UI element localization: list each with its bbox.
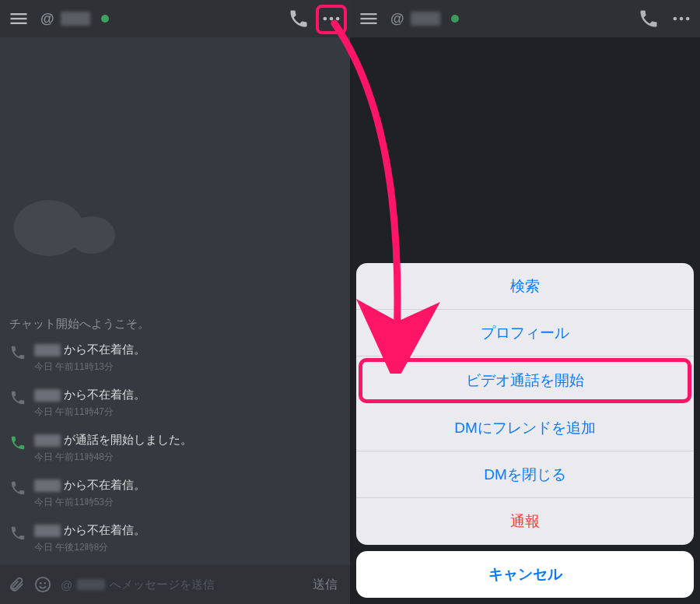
svg-point-4 <box>330 17 334 21</box>
message-input[interactable]: @ へメッセージを送信 <box>61 578 299 592</box>
svg-point-14 <box>674 17 677 21</box>
status-online-icon <box>451 15 459 23</box>
svg-rect-0 <box>11 13 27 15</box>
caller-name-redacted <box>34 389 61 402</box>
call-message: が通話を開始しました。 <box>34 433 192 448</box>
svg-point-15 <box>680 17 684 21</box>
call-suffix: から不在着信。 <box>64 342 145 357</box>
voice-call-icon[interactable] <box>288 8 310 30</box>
chat-scroll-area[interactable]: チャット開始へようこそ。 から不在着信。今日 午前11時13分から不在着信。今日… <box>0 37 350 565</box>
action-sheet: 検索プロフィールビデオ通話を開始DMにフレンドを追加DMを閉じる通報 キャンセル <box>356 263 694 598</box>
action-add-friend-to-dm[interactable]: DMにフレンドを追加 <box>356 405 694 451</box>
action-sheet-cancel-group: キャンセル <box>356 551 694 598</box>
call-message: から不在着信。 <box>34 478 145 493</box>
dm-header-left: @ <box>0 0 350 37</box>
action-sheet-group: 検索プロフィールビデオ通話を開始DMにフレンドを追加DMを閉じる通報 <box>356 263 694 545</box>
svg-rect-1 <box>11 18 27 19</box>
call-log-row: から不在着信。今日 午後12時8分 <box>0 517 350 562</box>
left-screenshot: @ チャット開始へようこそ。 から不在着信。今日 午前11時13分から不在着信。… <box>0 0 350 604</box>
input-placeholder-suffix: へメッセージを送信 <box>110 578 215 592</box>
caller-name-redacted <box>34 479 61 492</box>
input-prefix: @ <box>61 578 72 592</box>
call-missed-icon <box>9 344 26 361</box>
dm-header-right: @ <box>350 0 700 37</box>
more-icon[interactable] <box>670 8 692 30</box>
call-timestamp: 今日 午前11時13分 <box>34 360 145 374</box>
svg-point-5 <box>336 17 340 21</box>
call-log-row: から不在着信。今日 午前11時13分 <box>0 336 350 381</box>
send-button[interactable]: 送信 <box>308 574 342 596</box>
call-log-row: が通話を開始しました。今日 午前11時48分 <box>0 427 350 472</box>
call-missed-icon <box>9 479 26 497</box>
more-icon[interactable] <box>320 8 342 30</box>
call-log-row: から不在着信。今日 午前11時47分 <box>0 381 350 427</box>
voice-call-icon[interactable] <box>638 8 660 30</box>
call-suffix: から不在着信。 <box>64 388 145 402</box>
svg-point-7 <box>68 216 115 254</box>
right-screenshot: @ 検索プロフィールビデオ通話を開始DMにフレンドを追加DMを閉じる通報 キャン… <box>350 0 700 604</box>
call-message: から不在着信。 <box>34 342 145 357</box>
call-timestamp: 今日 午前11時48分 <box>34 451 192 464</box>
menu-icon[interactable] <box>358 8 380 30</box>
call-message: から不在着信。 <box>34 523 145 538</box>
action-profile[interactable]: プロフィール <box>356 310 694 356</box>
at-symbol: @ <box>40 11 54 27</box>
action-start-video-call[interactable]: ビデオ通話を開始 <box>359 358 691 403</box>
svg-rect-12 <box>361 18 377 19</box>
discord-logo-watermark-icon <box>8 193 124 263</box>
call-answered-icon <box>9 434 26 451</box>
at-symbol: @ <box>390 11 404 27</box>
call-timestamp: 今日 午後12時8分 <box>34 541 145 554</box>
call-message: から不在着信。 <box>34 388 145 402</box>
call-suffix: が通話を開始しました。 <box>64 433 192 448</box>
svg-point-8 <box>36 578 50 592</box>
username-redacted <box>61 12 90 26</box>
call-missed-icon <box>9 389 26 406</box>
attach-icon[interactable] <box>8 576 25 593</box>
call-timestamp: 今日 午前11時53分 <box>34 496 145 509</box>
action-close-dm[interactable]: DMを閉じる <box>356 451 694 498</box>
svg-point-10 <box>44 582 46 584</box>
svg-point-3 <box>324 17 327 21</box>
caller-name-redacted <box>34 434 61 447</box>
svg-rect-2 <box>11 23 27 24</box>
action-report[interactable]: 通報 <box>356 498 694 545</box>
action-search[interactable]: 検索 <box>356 263 694 310</box>
cancel-button[interactable]: キャンセル <box>356 551 694 598</box>
call-suffix: から不在着信。 <box>64 523 145 538</box>
welcome-text: チャット開始へようこそ。 <box>0 311 350 336</box>
emoji-icon[interactable] <box>34 576 51 593</box>
call-log-list: から不在着信。今日 午前11時13分から不在着信。今日 午前11時47分が通話を… <box>0 336 350 562</box>
call-timestamp: 今日 午前11時47分 <box>34 406 145 419</box>
message-input-bar: @ へメッセージを送信 送信 <box>0 565 350 604</box>
call-log-row: から不在着信。今日 午前11時53分 <box>0 472 350 517</box>
svg-rect-13 <box>361 23 377 24</box>
svg-rect-11 <box>361 13 377 15</box>
call-suffix: から不在着信。 <box>64 478 145 493</box>
svg-point-9 <box>40 582 41 584</box>
status-online-icon <box>101 15 109 23</box>
username-redacted <box>411 12 440 26</box>
menu-icon[interactable] <box>8 8 30 30</box>
svg-point-16 <box>686 17 690 21</box>
dimmed-overlay[interactable]: 検索プロフィールビデオ通話を開始DMにフレンドを追加DMを閉じる通報 キャンセル <box>350 37 700 604</box>
input-username-redacted <box>77 579 105 590</box>
caller-name-redacted <box>34 344 61 356</box>
call-missed-icon <box>9 525 26 542</box>
caller-name-redacted <box>34 525 61 537</box>
